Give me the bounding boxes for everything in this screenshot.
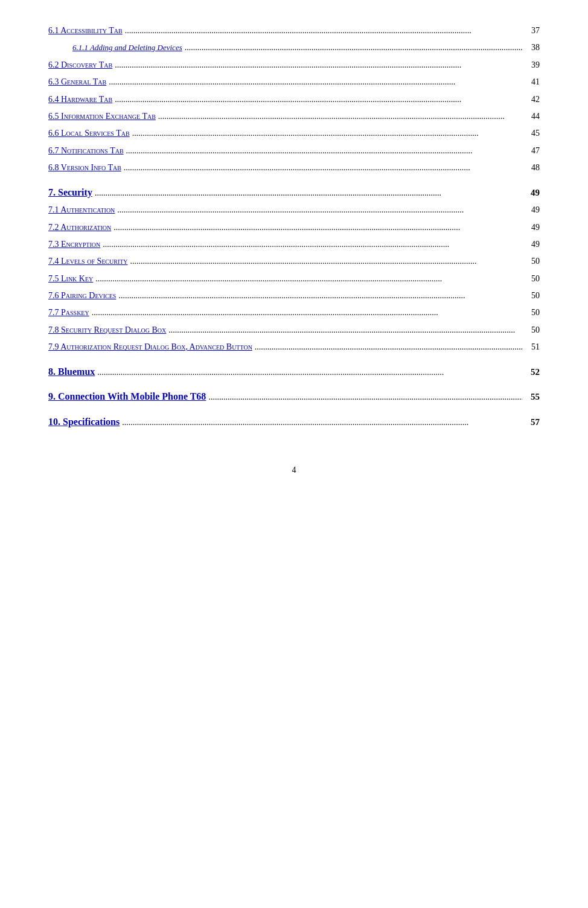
- toc-page-7-7: 50: [525, 306, 540, 319]
- toc-item-9: 9. Connection With Mobile Phone T6855: [48, 389, 540, 404]
- toc-dots-7-1: [117, 203, 522, 217]
- toc-dots-6-1-1: [185, 41, 522, 54]
- toc-page-7-6: 50: [525, 289, 540, 302]
- table-of-contents: 6.1 Accessibility Tab376.1.1 Adding and …: [48, 24, 540, 429]
- toc-dots-6-4: [115, 93, 522, 106]
- toc-link-6-3[interactable]: 6.3 General Tab: [48, 75, 106, 89]
- toc-dots-6-2: [115, 59, 522, 72]
- toc-dots-9: [208, 391, 522, 404]
- toc-dots-7-4: [130, 255, 522, 268]
- toc-link-7-2[interactable]: 7.2 Authorization: [48, 221, 111, 234]
- toc-dots-6-7: [126, 144, 522, 158]
- toc-link-7-9[interactable]: 7.9 Authorization Request Dialog Box, Ad…: [48, 340, 252, 354]
- toc-page-9: 55: [525, 389, 540, 404]
- toc-item-7-8: 7.8 Security Request Dialog Box50: [48, 324, 540, 337]
- toc-dots-6-8: [124, 161, 522, 174]
- toc-item-7-1: 7.1 Authentication49: [48, 203, 540, 217]
- toc-page-7-5: 50: [525, 272, 540, 286]
- toc-link-6-7[interactable]: 6.7 Notifications Tab: [48, 144, 124, 158]
- toc-link-8[interactable]: 8. Bluemux: [48, 364, 95, 380]
- toc-dots-6-1: [125, 24, 522, 37]
- toc-dots-6-5: [158, 110, 522, 123]
- toc-link-7-4[interactable]: 7.4 Levels of Security: [48, 255, 128, 268]
- toc-link-9[interactable]: 9. Connection With Mobile Phone T68: [48, 389, 206, 404]
- toc-item-7-6: 7.6 Pairing Devices50: [48, 289, 540, 302]
- toc-page-7-8: 50: [525, 324, 540, 337]
- toc-dots-7-9: [255, 340, 522, 354]
- toc-item-6-6: 6.6 Local Services Tab45: [48, 127, 540, 140]
- toc-dots-6-3: [109, 75, 522, 89]
- toc-page-7-1: 49: [525, 203, 540, 217]
- toc-page-7-9: 51: [525, 340, 540, 354]
- toc-item-6-8: 6.8 Version Info Tab48: [48, 161, 540, 174]
- toc-link-10[interactable]: 10. Specifications: [48, 414, 120, 430]
- toc-page-7: 49: [525, 185, 540, 200]
- toc-item-6-7: 6.7 Notifications Tab47: [48, 144, 540, 158]
- toc-page-6-1-1: 38: [525, 41, 540, 54]
- toc-item-7-9: 7.9 Authorization Request Dialog Box, Ad…: [48, 340, 540, 354]
- toc-page-6-1: 37: [525, 24, 540, 37]
- toc-dots-7-2: [113, 221, 522, 234]
- toc-dots-7-8: [168, 324, 522, 337]
- toc-item-6-2: 6.2 Discovery Tab39: [48, 59, 540, 72]
- toc-dots-7-3: [103, 238, 522, 251]
- toc-item-7-5: 7.5 Link Key50: [48, 272, 540, 286]
- page-footer: 4: [48, 465, 540, 475]
- toc-page-6-5: 44: [525, 110, 540, 123]
- toc-link-6-1[interactable]: 6.1 Accessibility Tab: [48, 24, 123, 37]
- toc-dots-6-6: [132, 127, 522, 140]
- toc-link-6-2[interactable]: 6.2 Discovery Tab: [48, 59, 112, 72]
- toc-item-6-1: 6.1 Accessibility Tab37: [48, 24, 540, 37]
- toc-item-7: 7. Security49: [48, 185, 540, 200]
- toc-link-7[interactable]: 7. Security: [48, 185, 92, 200]
- toc-dots-7-5: [95, 272, 522, 286]
- toc-item-10: 10. Specifications57: [48, 414, 540, 430]
- toc-item-6-3: 6.3 General Tab41: [48, 75, 540, 89]
- toc-dots-7-6: [118, 289, 522, 302]
- toc-item-6-5: 6.5 Information Exchange Tab44: [48, 110, 540, 123]
- toc-page-6-8: 48: [525, 161, 540, 174]
- toc-link-6-6[interactable]: 6.6 Local Services Tab: [48, 127, 130, 140]
- toc-link-6-1-1[interactable]: 6.1.1 Adding and Deleting Devices: [72, 42, 182, 54]
- toc-page-6-2: 39: [525, 59, 540, 72]
- toc-item-8: 8. Bluemux52: [48, 364, 540, 380]
- toc-item-7-2: 7.2 Authorization49: [48, 221, 540, 234]
- toc-page-10: 57: [525, 415, 540, 429]
- toc-dots-7-7: [92, 306, 522, 319]
- toc-page-7-2: 49: [525, 221, 540, 234]
- toc-link-7-1[interactable]: 7.1 Authentication: [48, 203, 115, 217]
- toc-link-6-4[interactable]: 6.4 Hardware Tab: [48, 93, 112, 106]
- toc-link-7-6[interactable]: 7.6 Pairing Devices: [48, 289, 116, 302]
- toc-item-7-3: 7.3 Encryption49: [48, 238, 540, 251]
- toc-page-6-7: 47: [525, 144, 540, 158]
- toc-item-7-4: 7.4 Levels of Security50: [48, 255, 540, 268]
- toc-dots-10: [122, 416, 522, 429]
- toc-link-7-5[interactable]: 7.5 Link Key: [48, 272, 93, 286]
- toc-link-7-7[interactable]: 7.7 Passkey: [48, 306, 89, 319]
- toc-page-6-4: 42: [525, 93, 540, 106]
- toc-dots-7: [95, 187, 522, 200]
- toc-page-6-3: 41: [525, 75, 540, 89]
- toc-item-7-7: 7.7 Passkey50: [48, 306, 540, 319]
- toc-page-6-6: 45: [525, 127, 540, 140]
- toc-item-6-4: 6.4 Hardware Tab42: [48, 93, 540, 106]
- toc-link-6-8[interactable]: 6.8 Version Info Tab: [48, 161, 121, 174]
- toc-link-6-5[interactable]: 6.5 Information Exchange Tab: [48, 110, 156, 123]
- toc-page-7-3: 49: [525, 238, 540, 251]
- toc-dots-8: [97, 366, 522, 379]
- toc-link-7-8[interactable]: 7.8 Security Request Dialog Box: [48, 324, 166, 337]
- toc-link-7-3[interactable]: 7.3 Encryption: [48, 238, 100, 251]
- toc-page-8: 52: [525, 365, 540, 379]
- toc-page-7-4: 50: [525, 255, 540, 268]
- toc-item-6-1-1: 6.1.1 Adding and Deleting Devices38: [48, 41, 540, 54]
